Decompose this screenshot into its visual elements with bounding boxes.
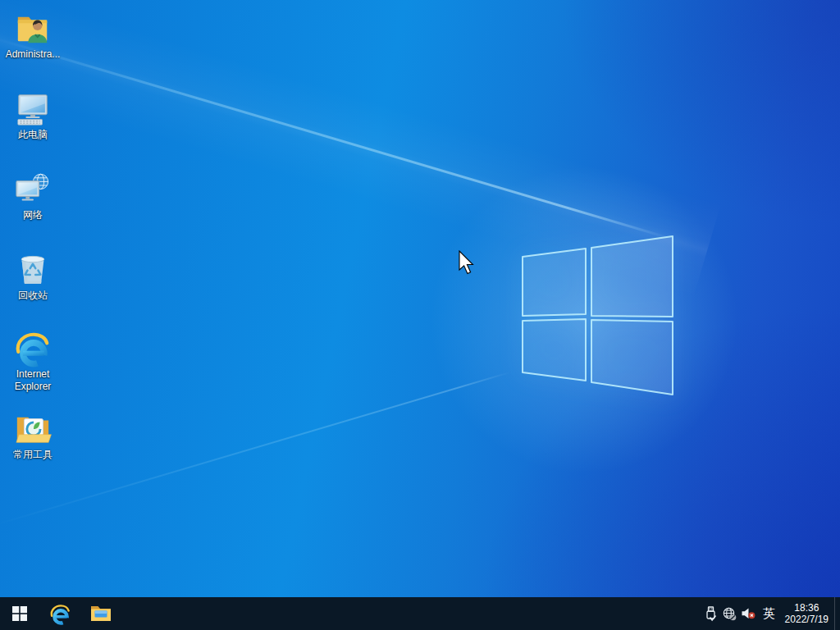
screen: Administra... 此电脑 bbox=[0, 0, 840, 630]
light-beam-soft bbox=[0, 0, 721, 298]
desktop-icon-network[interactable]: 网络 bbox=[1, 171, 65, 221]
desktop-wallpaper[interactable]: Administra... 此电脑 bbox=[0, 0, 840, 597]
clock-date: 2022/7/19 bbox=[785, 614, 829, 626]
light-beam-top bbox=[0, 36, 670, 239]
desktop-icon-label: 常用工具 bbox=[13, 449, 52, 461]
recycle-bin-icon bbox=[14, 251, 52, 289]
desktop-icon-label: 网络 bbox=[23, 209, 43, 221]
user-folder-icon bbox=[14, 10, 52, 48]
desktop-icon-label: Internet Explorer bbox=[2, 368, 64, 393]
desktop-icon-recycle-bin[interactable]: 回收站 bbox=[1, 251, 65, 302]
start-button[interactable] bbox=[0, 597, 39, 630]
usb-safely-remove-icon[interactable] bbox=[701, 597, 720, 630]
internet-explorer-icon bbox=[49, 603, 71, 625]
desktop-icon-label: 此电脑 bbox=[18, 129, 48, 141]
system-tray: 英 18:36 2022/7/19 bbox=[701, 597, 840, 630]
desktop-icon-internet-explorer[interactable]: Internet Explorer bbox=[1, 330, 65, 393]
start-icon bbox=[12, 606, 27, 621]
tools-folder-icon bbox=[14, 410, 52, 448]
taskbar: 英 18:36 2022/7/19 bbox=[0, 597, 840, 630]
desktop-icon-common-tools[interactable]: 常用工具 bbox=[1, 410, 65, 461]
network-icon bbox=[14, 171, 52, 208]
file-explorer-icon bbox=[90, 604, 112, 623]
taskbar-file-explorer-button[interactable] bbox=[80, 597, 121, 630]
taskbar-clock[interactable]: 18:36 2022/7/19 bbox=[781, 597, 834, 630]
desktop-icon-label: Administra... bbox=[6, 48, 61, 61]
this-pc-icon bbox=[14, 90, 52, 128]
clock-time: 18:36 bbox=[794, 602, 819, 614]
desktop-icon-label: 回收站 bbox=[18, 290, 48, 302]
mouse-cursor bbox=[459, 250, 474, 275]
windows-logo-wallpaper bbox=[0, 0, 840, 597]
volume-muted-icon[interactable] bbox=[739, 597, 758, 630]
ime-language-indicator[interactable]: 英 bbox=[758, 597, 781, 630]
taskbar-internet-explorer-button[interactable] bbox=[39, 597, 80, 630]
network-offline-icon[interactable] bbox=[720, 597, 739, 630]
desktop-icon-administrator[interactable]: Administra... bbox=[1, 10, 65, 61]
desktop-icon-this-pc[interactable]: 此电脑 bbox=[1, 90, 65, 141]
light-beam-bottom bbox=[0, 372, 511, 527]
show-desktop-button[interactable] bbox=[834, 597, 840, 630]
internet-explorer-icon bbox=[14, 330, 52, 368]
